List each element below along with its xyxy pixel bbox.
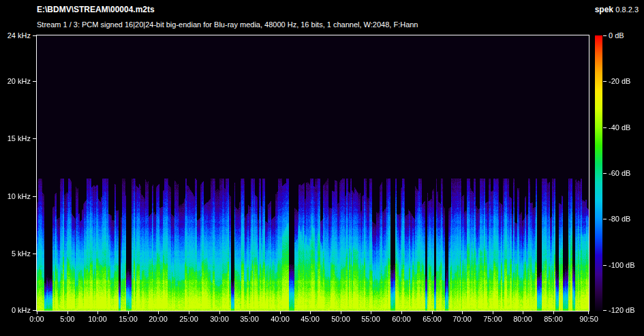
time-tick (401, 311, 402, 314)
time-label-6500: 65:00 (416, 314, 448, 324)
time-label-2500: 25:00 (173, 314, 204, 324)
time-tick (588, 311, 589, 314)
db-label-60: -60 dB (609, 168, 630, 178)
db-tick (603, 265, 607, 266)
time-label-5000: 50:00 (325, 314, 356, 324)
freq-label-20khz: 20 kHz (1, 76, 31, 86)
db-label-20: -20 dB (609, 76, 630, 86)
time-tick (37, 311, 37, 314)
time-label-6000: 60:00 (386, 314, 417, 324)
time-tick (97, 311, 98, 314)
db-tick (603, 219, 607, 219)
freq-tick (33, 81, 37, 82)
time-label-1500: 15:00 (112, 314, 144, 324)
db-label-80: -80 dB (609, 214, 630, 224)
time-label-7000: 70:00 (446, 314, 478, 324)
time-tick (67, 311, 68, 314)
db-legend-colorbar (595, 35, 602, 311)
app-version: 0.8.2.3 (615, 5, 639, 14)
time-tick (280, 311, 281, 314)
freq-label-15khz: 15 kHz (1, 134, 31, 143)
db-label-0: 0 dB (609, 31, 624, 40)
db-tick (603, 81, 607, 82)
time-label-4500: 45:00 (294, 314, 326, 324)
freq-tick (33, 254, 37, 254)
time-tick (249, 311, 250, 314)
freq-label-10khz: 10 kHz (1, 192, 31, 201)
time-label-0000: 0:00 (21, 314, 52, 324)
time-label-7500: 75:00 (477, 314, 508, 324)
freq-label-5khz: 5 kHz (1, 249, 31, 258)
db-label-100: -100 dB (609, 260, 635, 270)
freq-tick (33, 196, 37, 197)
time-label-3000: 30:00 (204, 314, 235, 324)
app-brand: spek 0.8.2.3 (595, 5, 639, 14)
time-tick (553, 311, 554, 314)
time-label-1000: 10:00 (82, 314, 113, 324)
time-tick (371, 311, 371, 314)
db-tick (603, 310, 607, 311)
db-tick (603, 173, 607, 174)
time-tick (219, 311, 220, 314)
spectrogram-canvas (37, 35, 589, 311)
time-label-8000: 80:00 (507, 314, 538, 324)
time-tick (310, 311, 311, 314)
freq-tick (33, 138, 37, 139)
app-name: spek (595, 5, 613, 14)
time-tick (128, 311, 129, 314)
freq-tick (33, 35, 37, 36)
time-label-9050: 90:50 (573, 314, 604, 324)
db-tick (603, 35, 607, 36)
time-tick (523, 311, 523, 314)
time-tick (462, 311, 463, 314)
db-tick (603, 127, 607, 128)
spek-window: { "header": { "file_path": "E:\\BDMV\\ST… (0, 0, 644, 336)
time-label-2000: 20:00 (142, 314, 174, 324)
time-tick (189, 311, 189, 314)
freq-label-24khz: 24 kHz (1, 31, 31, 40)
time-tick (493, 311, 493, 314)
time-tick (432, 311, 433, 314)
freq-label-0khz: 0 kHz (1, 305, 31, 315)
time-tick (341, 311, 341, 314)
db-label-120: -120 dB (609, 305, 635, 315)
time-label-4000: 40:00 (264, 314, 296, 324)
db-label-40: -40 dB (609, 123, 630, 132)
file-path-title: E:\BDMV\STREAM\00004.m2ts (37, 5, 155, 14)
time-tick (158, 311, 159, 314)
time-label-8500: 85:00 (538, 314, 569, 324)
time-label-5500: 55:00 (355, 314, 386, 324)
time-label-3500: 35:00 (234, 314, 265, 324)
stream-info-text: Stream 1 / 3: PCM signed 16|20|24-bit bi… (37, 20, 418, 29)
spectrogram-plot-frame (36, 35, 589, 311)
time-label-0500: 5:00 (52, 314, 83, 324)
